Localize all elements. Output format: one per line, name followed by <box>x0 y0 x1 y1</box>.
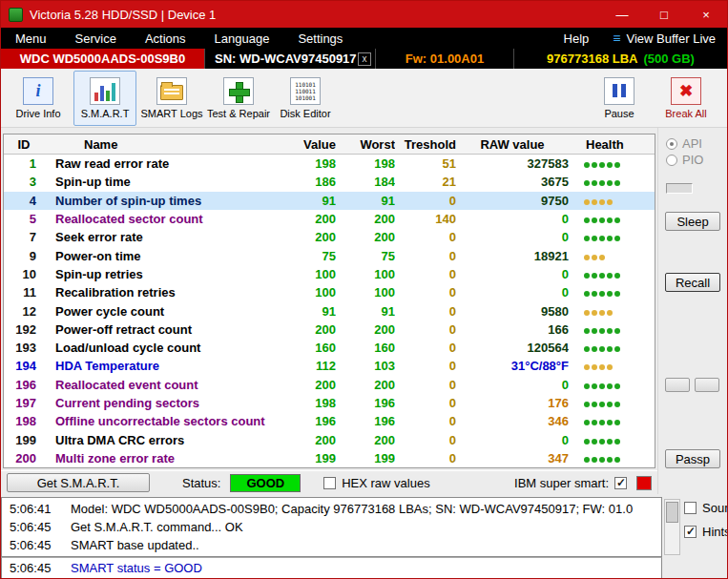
smart-table: ID Name Value Worst Treshold RAW value H… <box>3 134 655 468</box>
pio-radio[interactable]: PIO <box>666 153 703 167</box>
table-row[interactable]: 192Power-off retract count2002000166 <box>4 321 655 339</box>
sound-checkbox[interactable]: Sound <box>684 501 728 515</box>
sound-checkbox-box <box>684 502 697 514</box>
cell-id: 11 <box>4 285 44 300</box>
table-row[interactable]: 4Number of spin-up times919109750 <box>4 192 655 210</box>
menu-item-service[interactable]: Service <box>61 31 131 46</box>
health-dots <box>569 175 651 189</box>
device-model[interactable]: WDC WD5000AADS-00S9B0 <box>1 49 204 69</box>
test-repair-button[interactable]: Test & Repair <box>207 71 270 126</box>
cell-name: Load/unload cycle count <box>44 341 273 355</box>
window-title: Victoria 5.28 HDD/SSD | Device 1 <box>30 8 216 22</box>
table-row[interactable]: 11Recalibration retries10010000 <box>4 283 655 301</box>
passp-button[interactable]: Passp <box>665 449 720 468</box>
cell-worst: 160 <box>336 341 395 355</box>
cell-raw-value: 166 <box>456 322 569 337</box>
break-x-icon: ✖ <box>671 77 701 105</box>
health-dots <box>569 322 651 337</box>
health-dots <box>569 230 651 244</box>
table-row[interactable]: 198Offline uncorrectable sectors count19… <box>4 412 655 430</box>
cell-worst: 200 <box>336 322 395 337</box>
api-radio[interactable]: API <box>666 136 702 151</box>
log-scrollbar-thumb[interactable] <box>666 502 678 523</box>
log-time: 5:06:41 <box>2 502 71 516</box>
cell-value: 100 <box>273 267 336 281</box>
table-row[interactable]: 194HDA Temperature112103031°C/88°F <box>4 357 655 375</box>
table-row[interactable]: 196Reallocated event count20020000 <box>4 376 655 394</box>
table-row[interactable]: 5Reallocated sector count2002001400 <box>4 210 655 228</box>
menu-item-language[interactable]: Language <box>200 31 284 46</box>
header-health[interactable]: Health <box>569 137 651 152</box>
cell-worst: 103 <box>336 359 395 373</box>
log-scrollbar[interactable] <box>664 499 680 555</box>
device-close-icon[interactable]: x <box>358 52 371 66</box>
pause-button[interactable]: Pause <box>588 71 651 126</box>
cell-raw-value: 327583 <box>456 156 569 171</box>
health-dots <box>569 285 651 300</box>
cell-worst: 200 <box>336 230 395 244</box>
table-row[interactable]: 193Load/unload cycle count1601600120564 <box>4 339 655 357</box>
table-row[interactable]: 197Current pending sectors1981960176 <box>4 394 655 412</box>
small-button-2[interactable] <box>695 378 719 392</box>
menu-item-help[interactable]: Help <box>550 31 604 46</box>
cell-threshold: 0 <box>395 230 456 244</box>
cell-raw-value: 9750 <box>456 194 569 208</box>
table-row[interactable]: 1Raw read error rate19819851327583 <box>4 155 655 173</box>
log-text: SMART status = GOOD <box>71 561 202 575</box>
cell-name: Multi zone error rate <box>44 451 273 465</box>
cell-id: 193 <box>4 341 44 355</box>
table-row[interactable]: 12Power cycle count919109580 <box>4 301 655 320</box>
header-value[interactable]: Value <box>273 137 336 152</box>
cell-name: Number of spin-up times <box>44 194 273 208</box>
break-all-button[interactable]: ✖ Break All <box>655 71 718 126</box>
table-row[interactable]: 10Spin-up retries10010000 <box>4 265 655 283</box>
health-dots <box>569 212 651 226</box>
minimize-button[interactable]: — <box>601 1 643 28</box>
table-row[interactable]: 9Power-on time7575018921 <box>4 246 655 264</box>
small-button-1[interactable] <box>665 378 690 392</box>
health-dots <box>569 396 651 410</box>
cell-threshold: 0 <box>395 433 456 447</box>
table-row[interactable]: 3Spin-up time186184213675 <box>4 173 655 191</box>
cell-name: Recalibration retries <box>44 285 273 300</box>
sleep-button[interactable]: Sleep <box>665 212 720 231</box>
cell-name: HDA Temperature <box>44 359 273 373</box>
cell-raw-value: 0 <box>456 230 569 244</box>
get-smart-button[interactable]: Get S.M.A.R.T. <box>7 473 150 492</box>
maximize-button[interactable]: □ <box>643 1 685 28</box>
table-row[interactable]: 7Seek error rate20020000 <box>4 228 655 246</box>
header-name[interactable]: Name <box>44 137 273 152</box>
cell-name: Spin-up time <box>44 175 273 189</box>
header-id[interactable]: ID <box>4 137 44 152</box>
cell-name: Reallocated sector count <box>44 212 273 226</box>
header-threshold[interactable]: Treshold <box>395 137 456 152</box>
cell-worst: 100 <box>336 285 395 300</box>
table-row[interactable]: 199Ultra DMA CRC errors20020000 <box>4 430 655 448</box>
cell-id: 5 <box>4 212 44 226</box>
disk-editor-button[interactable]: 110101110011101001 Disk Editor <box>274 71 337 126</box>
cell-worst: 199 <box>336 451 395 465</box>
pio-radio-circle <box>666 155 677 166</box>
hints-checkbox[interactable]: Hints <box>684 525 728 539</box>
view-buffer-live-button[interactable]: ≡ View Buffer Live <box>603 31 725 46</box>
log-status-line: 5:06:45 SMART status = GOOD <box>1 557 662 579</box>
cell-name: Offline uncorrectable sectors count <box>44 414 273 428</box>
smart-tab-button[interactable]: S.M.A.R.T <box>73 71 136 126</box>
smart-logs-button[interactable]: SMART Logs <box>140 71 203 126</box>
header-worst[interactable]: Worst <box>336 137 395 152</box>
recall-button[interactable]: Recall <box>665 273 720 292</box>
header-raw-value[interactable]: RAW value <box>456 137 569 152</box>
table-row[interactable]: 200Multi zone error rate1991990347 <box>4 449 655 467</box>
cell-raw-value: 0 <box>456 212 569 226</box>
activity-led <box>666 183 693 194</box>
menu-item-menu[interactable]: Menu <box>1 31 61 46</box>
menu-item-settings[interactable]: Settings <box>283 31 357 46</box>
close-button[interactable]: × <box>685 1 727 28</box>
hex-raw-checkbox[interactable]: HEX raw values <box>323 476 429 490</box>
menu-item-actions[interactable]: Actions <box>131 31 200 46</box>
health-dots <box>569 194 651 208</box>
ibm-super-smart-checkbox[interactable]: IBM super smart: <box>514 476 627 490</box>
cell-value: 91 <box>273 194 336 208</box>
drive-info-button[interactable]: i Drive Info <box>7 71 70 126</box>
cell-value: 198 <box>273 156 336 171</box>
